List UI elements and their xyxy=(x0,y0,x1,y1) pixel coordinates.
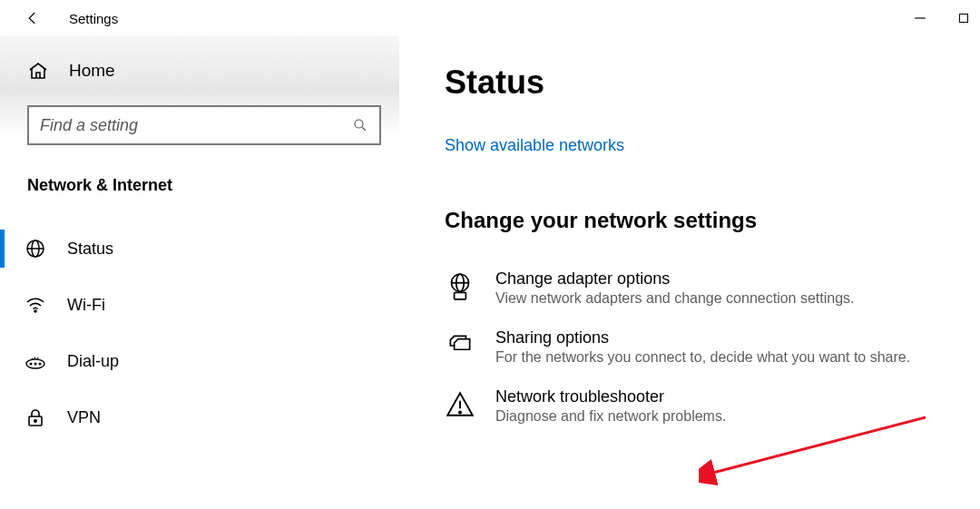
warning-triangle-icon xyxy=(445,389,475,420)
svg-point-7 xyxy=(34,310,36,312)
wifi-icon xyxy=(24,293,47,317)
option-desc: View network adapters and change connect… xyxy=(495,290,855,307)
vpn-icon xyxy=(24,406,47,429)
sidebar-home[interactable]: Home xyxy=(0,36,399,105)
maximize-icon[interactable] xyxy=(955,9,973,27)
search-box[interactable] xyxy=(27,105,381,145)
option-desc: For the networks you connect to, decide … xyxy=(495,349,910,366)
option-sharing[interactable]: Sharing options For the networks you con… xyxy=(445,318,980,377)
content: Status Show available networks Change yo… xyxy=(445,36,980,509)
titlebar: Settings xyxy=(0,0,980,36)
option-change-adapter[interactable]: Change adapter options View network adap… xyxy=(445,259,980,318)
search-input[interactable] xyxy=(40,116,352,135)
window-controls xyxy=(911,0,973,36)
sidebar-item-label: Dial-up xyxy=(67,352,119,371)
option-title: Network troubleshooter xyxy=(495,387,726,406)
sidebar-category: Network & Internet xyxy=(0,145,399,204)
svg-rect-1 xyxy=(960,15,968,23)
option-title: Sharing options xyxy=(495,328,910,347)
dialup-icon xyxy=(24,349,47,373)
option-text: Sharing options For the networks you con… xyxy=(495,328,910,366)
window-title: Settings xyxy=(69,11,118,26)
svg-point-2 xyxy=(355,120,363,128)
option-desc: Diagnose and fix network problems. xyxy=(495,408,726,425)
svg-line-3 xyxy=(362,127,366,131)
svg-point-11 xyxy=(39,363,41,365)
search-row xyxy=(0,105,399,145)
sidebar-item-status[interactable]: Status xyxy=(0,220,399,277)
options-list: Change adapter options View network adap… xyxy=(445,259,980,436)
link-show-available-networks[interactable]: Show available networks xyxy=(445,136,624,155)
sidebar-item-dialup[interactable]: Dial-up xyxy=(0,333,399,389)
page-title: Status xyxy=(445,64,980,102)
sharing-icon xyxy=(445,330,475,361)
sidebar-item-label: VPN xyxy=(67,408,101,427)
adapter-icon xyxy=(445,271,475,302)
sidebar: Home Network & Internet Status Wi-Fi xyxy=(0,36,399,509)
option-text: Network troubleshooter Diagnose and fix … xyxy=(495,387,726,425)
sidebar-item-vpn[interactable]: VPN xyxy=(0,389,399,445)
sidebar-item-label: Status xyxy=(67,240,113,259)
home-icon xyxy=(27,60,49,82)
svg-point-13 xyxy=(34,420,36,422)
minimize-icon[interactable] xyxy=(911,9,929,27)
home-label: Home xyxy=(69,61,115,81)
svg-point-10 xyxy=(34,363,36,365)
option-title: Change adapter options xyxy=(495,269,855,289)
back-icon[interactable] xyxy=(22,7,44,29)
sidebar-item-wifi[interactable]: Wi-Fi xyxy=(0,277,399,333)
search-icon xyxy=(352,117,368,133)
section-title: Change your network settings xyxy=(445,208,980,233)
sidebar-nav: Status Wi-Fi Dial-up VPN xyxy=(0,220,399,445)
option-troubleshooter[interactable]: Network troubleshooter Diagnose and fix … xyxy=(445,377,980,436)
svg-point-9 xyxy=(30,363,32,365)
svg-rect-17 xyxy=(455,292,466,299)
sidebar-item-label: Wi-Fi xyxy=(67,296,105,315)
svg-point-19 xyxy=(459,411,461,413)
globe-icon xyxy=(24,237,47,260)
option-text: Change adapter options View network adap… xyxy=(495,269,855,307)
